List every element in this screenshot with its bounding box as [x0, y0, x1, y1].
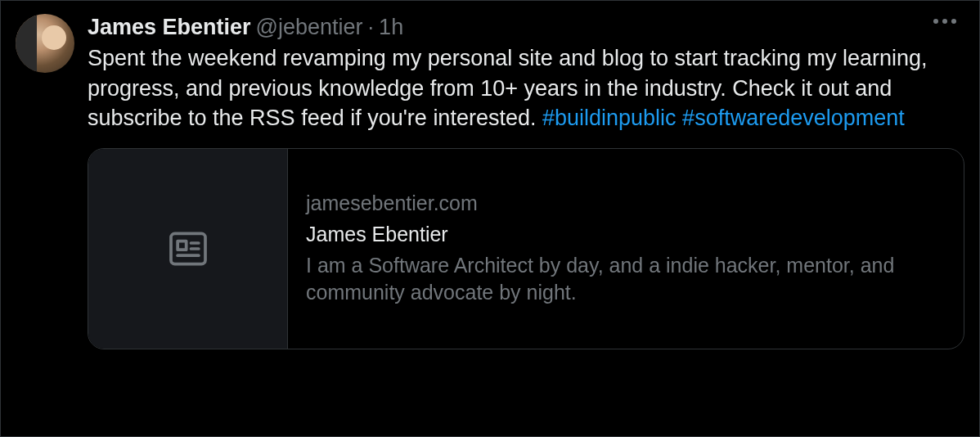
tweet[interactable]: James Ebentier @jebentier · 1h Spent the… [0, 0, 980, 437]
link-card-body: jamesebentier.com James Ebentier I am a … [288, 149, 964, 349]
link-card-description: I am a Software Architect by day, and a … [306, 252, 946, 308]
avatar[interactable] [16, 14, 74, 73]
separator-dot: · [368, 14, 375, 40]
link-card-domain: jamesebentier.com [306, 190, 946, 218]
link-card[interactable]: jamesebentier.com James Ebentier I am a … [88, 148, 964, 349]
dot-icon [951, 19, 956, 24]
hashtag-buildinpublic[interactable]: #buildinpublic [542, 106, 677, 130]
tweet-text-body: Spent the weekend revamping my personal … [88, 43, 964, 133]
tweet-content: James Ebentier @jebentier · 1h Spent the… [88, 14, 964, 420]
author-handle[interactable]: @jebentier [256, 14, 363, 40]
svg-rect-1 [178, 241, 187, 250]
more-options-button[interactable] [933, 19, 956, 24]
author-display-name[interactable]: James Ebentier [88, 14, 251, 40]
link-card-thumbnail [88, 149, 288, 349]
dot-icon [942, 19, 947, 24]
link-card-title: James Ebentier [306, 221, 946, 249]
newspaper-icon [165, 226, 211, 272]
dot-icon [933, 19, 938, 24]
hashtag-softwaredevelopment[interactable]: #softwaredevelopment [682, 106, 905, 130]
tweet-header: James Ebentier @jebentier · 1h [88, 14, 964, 40]
tweet-timestamp[interactable]: 1h [379, 14, 403, 40]
